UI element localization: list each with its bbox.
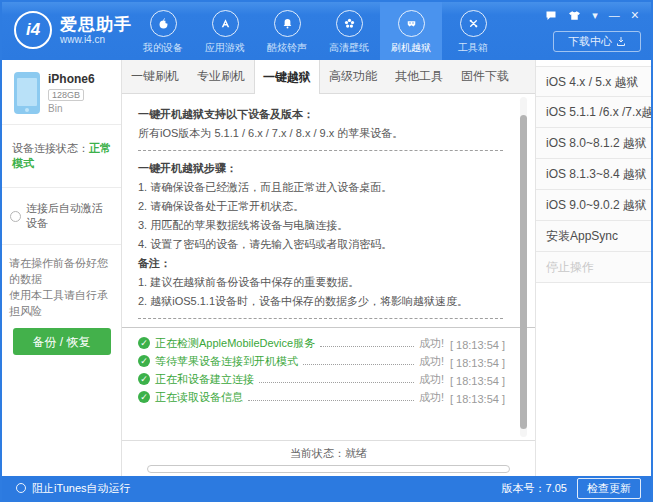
footer-bar: 阻止iTunes自动运行 版本号：7.05 检查更新 bbox=[2, 476, 651, 500]
feedback-icon[interactable] bbox=[545, 10, 557, 21]
operation-log: ✓ 正在检测AppleMobileDevice服务 成功! [ 18:13:54… bbox=[122, 327, 535, 405]
i4-logo-icon: i4 bbox=[14, 11, 52, 49]
app-window: i4 爱思助手 www.i4.cn 我的设备 应用游戏 bbox=[0, 0, 653, 502]
jailbreak-content-area: 一键开机越狱支持以下设备及版本： 所有iOS版本为 5.1.1 / 6.x / … bbox=[122, 94, 535, 440]
appstore-icon bbox=[212, 10, 239, 37]
download-icon bbox=[616, 36, 626, 47]
log-message: 等待苹果设备连接到开机模式 bbox=[155, 354, 298, 369]
connection-status-row: 设备连接状态：正常模式 bbox=[2, 125, 121, 188]
log-result: 成功! bbox=[419, 390, 444, 405]
backup-restore-button[interactable]: 备份 / 恢复 bbox=[13, 328, 111, 355]
jailbreak-ios511-6-7-button[interactable]: iOS 5.1.1 /6.x /7.x越狱 bbox=[536, 97, 651, 128]
scrollbar-thumb[interactable] bbox=[520, 115, 527, 429]
bell-icon bbox=[274, 10, 301, 37]
log-entry: ✓ 等待苹果设备连接到开机模式 成功! [ 18:13:54 ] bbox=[138, 351, 505, 369]
log-time: [ 18:13:54 ] bbox=[450, 339, 505, 351]
log-result: 成功! bbox=[419, 354, 444, 369]
install-appsync-button[interactable]: 安装AppSync bbox=[536, 221, 651, 252]
flower-icon bbox=[336, 10, 363, 37]
header: i4 爱思助手 www.i4.cn 我的设备 应用游戏 bbox=[2, 2, 651, 60]
menu-arrow-icon[interactable]: ▾ bbox=[592, 9, 598, 21]
device-name: iPhone6 bbox=[48, 72, 95, 86]
nav-label: 酷炫铃声 bbox=[267, 41, 307, 55]
instructions: 一键开机越狱支持以下设备及版本： 所有iOS版本为 5.1.1 / 6.x / … bbox=[122, 94, 535, 319]
step-item: 2. 请确保设备处于正常开机状态。 bbox=[138, 197, 505, 216]
device-card: iPhone6 128GB Bin bbox=[2, 60, 121, 125]
tab-one-click-flash[interactable]: 一键刷机 bbox=[122, 60, 188, 93]
log-message: 正在检测AppleMobileDevice服务 bbox=[155, 336, 315, 351]
tab-pro-flash[interactable]: 专业刷机 bbox=[188, 60, 254, 93]
tab-bar: 一键刷机 专业刷机 一键越狱 高级功能 其他工具 固件下载 bbox=[122, 60, 535, 94]
nav-toolbox[interactable]: 工具箱 bbox=[442, 2, 504, 60]
nav-flash-jailbreak[interactable]: 刷机越狱 bbox=[380, 2, 442, 60]
main-panel: 一键刷机 专业刷机 一键越狱 高级功能 其他工具 固件下载 一键开机越狱支持以下… bbox=[122, 60, 535, 476]
nav-label: 工具箱 bbox=[458, 41, 488, 55]
device-owner: Bin bbox=[48, 103, 95, 114]
jailbreak-ios4-5-button[interactable]: iOS 4.x / 5.x 越狱 bbox=[536, 66, 651, 97]
note-item: 2. 越狱iOS5.1.1设备时，设备中保存的数据多少，将影响越狱速度。 bbox=[138, 292, 505, 311]
close-icon[interactable]: × bbox=[631, 9, 639, 21]
radio-icon[interactable] bbox=[10, 211, 21, 222]
step-item: 3. 用匹配的苹果数据线将设备与电脑连接。 bbox=[138, 216, 505, 235]
log-message: 正在读取设备信息 bbox=[155, 390, 243, 405]
device-sidebar: iPhone6 128GB Bin 设备连接状态：正常模式 连接后自动激活设备 … bbox=[2, 60, 122, 476]
tab-other-tools[interactable]: 其他工具 bbox=[386, 60, 452, 93]
nav-label: 高清壁纸 bbox=[329, 41, 369, 55]
notice-line: 使用本工具请自行承担风险 bbox=[9, 287, 114, 319]
log-message: 正在和设备建立连接 bbox=[155, 372, 254, 387]
status-zone: 当前状态：就绪 bbox=[122, 440, 535, 476]
dotted-leader bbox=[259, 382, 414, 383]
stop-operation-button: 停止操作 bbox=[536, 252, 651, 283]
download-center-label: 下载中心 bbox=[568, 34, 612, 49]
radio-icon[interactable] bbox=[16, 483, 26, 493]
download-center-button[interactable]: 下载中心 bbox=[553, 31, 641, 52]
auto-activate-label: 连接后自动激活设备 bbox=[26, 201, 113, 231]
steps-title: 一键开机越狱步骤： bbox=[138, 159, 505, 178]
check-icon: ✓ bbox=[138, 373, 150, 385]
app-logo: i4 爱思助手 www.i4.cn bbox=[14, 11, 132, 49]
nav-label: 我的设备 bbox=[143, 41, 183, 55]
block-itunes-option[interactable]: 阻止iTunes自动运行 bbox=[16, 481, 131, 496]
jailbreak-actions-panel: iOS 4.x / 5.x 越狱 iOS 5.1.1 /6.x /7.x越狱 i… bbox=[535, 60, 651, 476]
dotted-leader bbox=[303, 364, 414, 365]
dotted-leader bbox=[248, 400, 414, 401]
divider bbox=[138, 150, 503, 151]
shirt-icon[interactable] bbox=[568, 10, 581, 21]
nav-ringtones[interactable]: 酷炫铃声 bbox=[256, 2, 318, 60]
log-time: [ 18:13:54 ] bbox=[450, 357, 505, 369]
intro-title: 一键开机越狱支持以下设备及版本： bbox=[138, 105, 505, 124]
nav-apps-games[interactable]: 应用游戏 bbox=[194, 2, 256, 60]
nav-my-devices[interactable]: 我的设备 bbox=[132, 2, 194, 60]
main-nav: 我的设备 应用游戏 酷炫铃声 高清壁纸 bbox=[132, 2, 504, 60]
log-entry: ✓ 正在读取设备信息 成功! [ 18:13:54 ] bbox=[138, 387, 505, 405]
notes-title: 备注： bbox=[138, 254, 505, 273]
log-time: [ 18:13:54 ] bbox=[450, 375, 505, 387]
notice-line: 请在操作前备份好您的数据 bbox=[9, 255, 114, 287]
tab-advanced[interactable]: 高级功能 bbox=[320, 60, 386, 93]
jailbreak-ios80-812-button[interactable]: iOS 8.0~8.1.2 越狱 bbox=[536, 128, 651, 159]
scrollbar-track[interactable] bbox=[520, 97, 527, 437]
check-icon: ✓ bbox=[138, 391, 150, 403]
check-icon: ✓ bbox=[138, 355, 150, 367]
tab-one-click-jailbreak[interactable]: 一键越狱 bbox=[254, 60, 320, 94]
nav-label: 刷机越狱 bbox=[391, 41, 431, 55]
progress-bar bbox=[147, 465, 510, 473]
log-time: [ 18:13:54 ] bbox=[450, 393, 505, 405]
divider bbox=[138, 318, 503, 319]
device-capacity-badge: 128GB bbox=[48, 89, 84, 101]
jailbreak-icon bbox=[398, 10, 425, 37]
block-itunes-label: 阻止iTunes自动运行 bbox=[32, 481, 131, 496]
nav-label: 应用游戏 bbox=[205, 41, 245, 55]
note-item: 1. 建议在越狱前备份设备中保存的重要数据。 bbox=[138, 273, 505, 292]
backup-notice: 请在操作前备份好您的数据 使用本工具请自行承担风险 备份 / 恢复 bbox=[2, 245, 121, 367]
step-item: 1. 请确保设备已经激活，而且能正常进入设备桌面。 bbox=[138, 178, 505, 197]
jailbreak-ios90-902-button[interactable]: iOS 9.0~9.0.2 越狱 bbox=[536, 190, 651, 221]
auto-activate-option[interactable]: 连接后自动激活设备 bbox=[2, 188, 121, 245]
intro-text: 所有iOS版本为 5.1.1 / 6.x / 7.x / 8.x / 9.x 的… bbox=[138, 124, 505, 143]
tab-firmware-download[interactable]: 固件下载 bbox=[452, 60, 518, 93]
nav-wallpapers[interactable]: 高清壁纸 bbox=[318, 2, 380, 60]
connection-status-label: 设备连接状态： bbox=[12, 142, 89, 154]
minimize-icon[interactable]: — bbox=[609, 9, 620, 21]
jailbreak-ios813-84-button[interactable]: iOS 8.1.3~8.4 越狱 bbox=[536, 159, 651, 190]
check-update-button[interactable]: 检查更新 bbox=[577, 478, 641, 499]
